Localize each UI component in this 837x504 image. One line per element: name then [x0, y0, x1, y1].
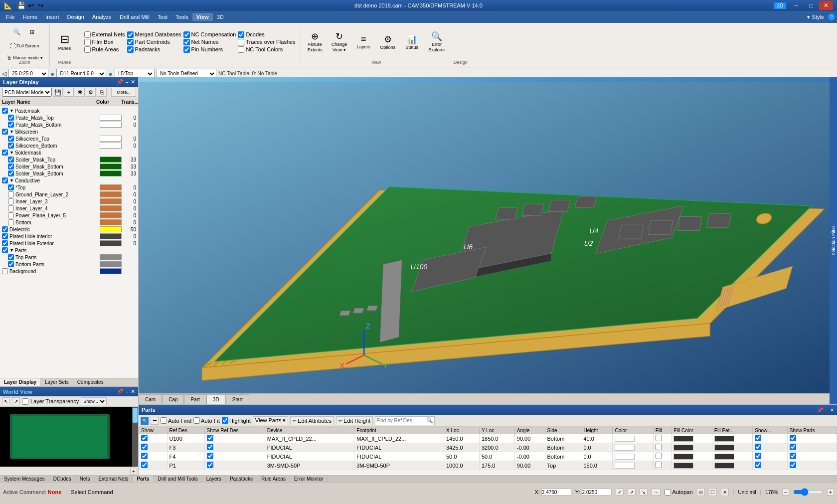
row-f3-fill[interactable] [656, 444, 662, 450]
solder-mask-bottom-checkbox[interactable] [8, 164, 14, 169]
top-layer-checkbox[interactable] [8, 184, 14, 190]
soldermask-expand[interactable]: ▼ [9, 150, 14, 155]
layer-solder-mask-top[interactable]: Solder_Mask_Top 33 [0, 156, 138, 163]
save-button[interactable]: 💾 [16, 1, 25, 10]
layer-inner-3[interactable]: Inner_Layer_3 0 [0, 198, 138, 205]
dielectric-color[interactable] [100, 226, 122, 232]
check-nc-tool-colors[interactable]: NC Tool Colors [238, 46, 295, 53]
row-u100-fill-pat[interactable] [714, 436, 734, 442]
sb-tab-nets[interactable]: Nets [76, 476, 95, 482]
check-merged-db[interactable]: Merged Databases [127, 31, 181, 38]
conductive-expand[interactable]: ▼ [9, 178, 14, 183]
arrow-btn1[interactable]: ↗ [628, 489, 636, 496]
sb-tab-system-messages[interactable]: System Messages [0, 476, 49, 482]
row-f3-showrefdes[interactable] [207, 444, 213, 450]
auto-find-label[interactable]: Auto Find [161, 417, 191, 424]
silkscreen-checkbox[interactable] [2, 129, 8, 135]
check-net-names[interactable]: Net Names [183, 39, 236, 45]
silkscreen-expand[interactable]: ▼ [9, 129, 14, 134]
layer-bottom[interactable]: Bottom 0 [0, 219, 138, 226]
snap-btn1[interactable]: ⊙ [697, 488, 705, 496]
layer-group-parts[interactable]: ▼ Parts [0, 247, 138, 254]
menu-view[interactable]: View [192, 13, 213, 21]
external-nets-checkbox[interactable] [84, 31, 91, 38]
pastemask-expand[interactable]: ▼ [9, 108, 14, 113]
parts-pin[interactable]: 📌 [817, 407, 823, 413]
menu-analyze[interactable]: Analyze [88, 13, 116, 21]
col-ref-des[interactable]: Ref Des [167, 427, 204, 434]
menu-3d[interactable]: 3D [213, 13, 228, 21]
silkscreen-bottom-color[interactable] [100, 143, 122, 149]
panes-btn[interactable]: ⊟ Panes [54, 27, 76, 56]
row-p1-showpads[interactable] [790, 462, 796, 468]
layer-add-btn[interactable]: + [64, 88, 74, 97]
status-btn[interactable]: 📊 Status [401, 27, 423, 56]
layer-mode-dropdown[interactable]: PCB Model Mode [2, 88, 52, 97]
col-side[interactable]: Side [545, 427, 581, 434]
find-ref-des-input[interactable] [376, 418, 426, 423]
row-f4-fill[interactable] [656, 453, 662, 459]
layer-top[interactable]: *Top 0 [0, 184, 138, 191]
autopan-label[interactable]: Autopan [665, 489, 693, 496]
layer-power-plane[interactable]: Power_Plane_Layer_5 0 [0, 212, 138, 219]
layer-paste-mask-bottom[interactable]: Paste_Mask_Bottom 0 [0, 121, 138, 128]
silkscreen-top-color[interactable] [100, 136, 122, 142]
zoom-all-btn[interactable]: ⊞ [25, 25, 39, 39]
row-f3-fill-pat[interactable] [714, 445, 734, 451]
top-parts-checkbox[interactable] [8, 254, 14, 260]
world-view-pin[interactable]: 📌 [117, 388, 124, 395]
inner-3-checkbox[interactable] [8, 198, 14, 204]
solder-mask-top-checkbox[interactable] [8, 157, 14, 163]
row-p1-fill-color[interactable] [673, 463, 693, 469]
zoom-slider[interactable] [793, 489, 823, 495]
parts-expand[interactable]: ▼ [9, 248, 14, 253]
layer-copy-btn[interactable]: ⎘ [97, 88, 107, 97]
silkscreen-bottom-checkbox[interactable] [8, 143, 14, 149]
check-nc-comp[interactable]: NC Compensation [183, 31, 236, 38]
wv-scroll-handle[interactable] [133, 408, 138, 423]
col-x-loc[interactable]: X Loc [444, 427, 479, 434]
sb-tab-parts[interactable]: Parts [133, 476, 154, 482]
row-f3-show2[interactable] [755, 444, 761, 450]
col-footprint[interactable]: Footprint [354, 427, 444, 434]
layer-group-soldermask[interactable]: ▼ Soldermask [0, 149, 138, 156]
menu-test[interactable]: Test [154, 13, 171, 21]
soldermask-checkbox[interactable] [2, 150, 8, 156]
error-explorer-btn[interactable]: 🔍 ErrorExplorer [425, 27, 449, 56]
sb-tab-error-monitor[interactable]: Error Monitor [290, 476, 328, 482]
solder-mask-bottom2-color[interactable] [100, 170, 122, 176]
inner-3-color[interactable] [100, 198, 122, 204]
layers-btn[interactable]: ≡ Layers [352, 27, 374, 56]
menu-insert[interactable]: Insert [41, 13, 63, 21]
row-u100-showpads[interactable] [790, 435, 796, 441]
conductive-checkbox[interactable] [2, 177, 8, 183]
paste-mask-bottom-checkbox[interactable] [8, 122, 14, 128]
row-u100-show2[interactable] [755, 435, 761, 441]
row-p1-fill[interactable] [656, 462, 662, 468]
pastemask-checkbox[interactable] [2, 108, 8, 114]
zoom-in-status-btn[interactable]: + [827, 489, 834, 496]
check-dcodes[interactable]: Dcodes [238, 31, 295, 38]
fixture-extents-btn[interactable]: ⊕ FixtureExtents [304, 27, 326, 56]
background-checkbox[interactable] [2, 268, 8, 274]
layer-inner-4[interactable]: Inner_Layer_4 0 [0, 205, 138, 212]
row-p1-show2[interactable] [755, 462, 761, 468]
row-u100-fill-color[interactable] [673, 436, 693, 442]
bottom-layer-checkbox[interactable] [8, 219, 14, 225]
layer-asterisk-btn[interactable]: ✱ [75, 88, 85, 97]
close-button[interactable]: ✕ [819, 1, 833, 10]
row-f4-show2[interactable] [755, 453, 761, 459]
inner-4-color[interactable] [100, 205, 122, 211]
edit-attrs-btn[interactable]: ✏ Edit Attributes [290, 416, 334, 425]
options-btn[interactable]: ⚙ Options [376, 27, 399, 56]
viewport-tab-cap[interactable]: Cap [162, 394, 184, 404]
parts-select-btn[interactable]: ☰ [151, 417, 159, 425]
wv-btn1[interactable]: ↖ [2, 397, 10, 405]
nc-tool-colors-checkbox[interactable] [238, 46, 244, 53]
zoom-in-btn[interactable]: 🔍 [10, 25, 24, 39]
view-parts-btn[interactable]: View Parts ▾ [253, 416, 288, 425]
menu-drill-mill[interactable]: Drill and Mill [116, 13, 154, 21]
menu-home[interactable]: Home [19, 13, 41, 21]
rule-areas-checkbox[interactable] [84, 46, 91, 53]
part-centroids-checkbox[interactable] [127, 39, 134, 45]
